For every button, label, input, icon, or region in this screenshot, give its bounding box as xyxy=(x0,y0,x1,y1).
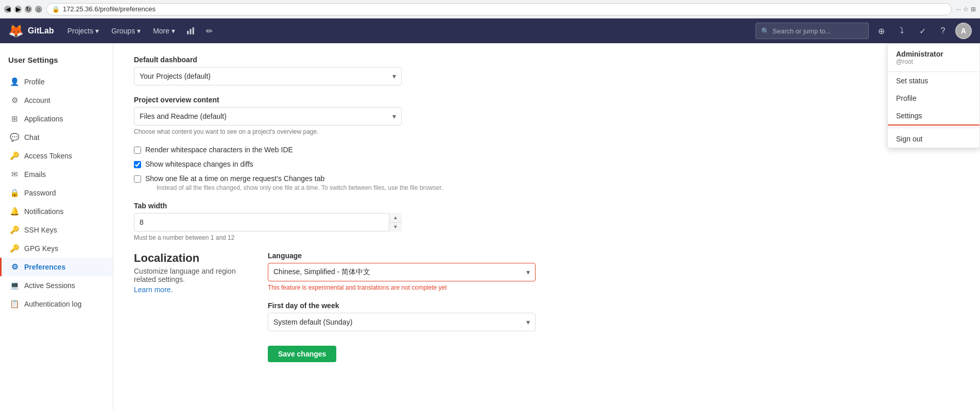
language-warning: This feature is experimental and transla… xyxy=(268,284,556,291)
preferences-icon: ⚙ xyxy=(10,262,19,272)
sidebar-item-access-tokens[interactable]: 🔑 Access Tokens xyxy=(0,147,113,165)
language-value: Chinese, Simplified - 简体中文 xyxy=(273,268,370,277)
dropdown-settings[interactable]: Settings xyxy=(888,107,979,126)
browser-back-button[interactable]: ◀ xyxy=(4,6,11,13)
sidebar-label-access-tokens: Access Tokens xyxy=(24,152,72,160)
sidebar-label-account: Account xyxy=(24,96,50,104)
analytics-icon[interactable] xyxy=(182,23,199,39)
localization-description: Customize language and region related se… xyxy=(134,267,247,283)
sidebar-item-password[interactable]: 🔒 Password xyxy=(0,184,113,202)
sidebar-label-password: Password xyxy=(24,189,56,197)
browser-chrome: ◀ ▶ ↻ ⌂ 🔒 172.25.36.6/profile/preference… xyxy=(0,0,980,19)
default-dashboard-group: Default dashboard Your Projects (default… xyxy=(134,56,556,85)
sidebar-item-preferences[interactable]: ⚙ Preferences xyxy=(0,258,113,276)
sidebar-item-emails[interactable]: ✉ Emails xyxy=(0,165,113,184)
help-icon[interactable]: ? xyxy=(935,23,951,39)
number-spinners: ▲ ▼ xyxy=(389,213,402,231)
one-file-merge-checkbox[interactable] xyxy=(134,175,141,183)
sidebar: User Settings 👤 Profile ⚙ Account ⊞ Appl… xyxy=(0,43,113,410)
sidebar-label-emails: Emails xyxy=(24,170,46,179)
language-select[interactable]: Chinese, Simplified - 简体中文 ▾ xyxy=(268,263,536,281)
top-nav-right: 🔍 Search or jump to... ⊕ ⤵ ✓ ? A xyxy=(755,23,972,39)
issues-icon[interactable]: ✓ xyxy=(914,23,931,39)
dropdown-sign-out[interactable]: Sign out xyxy=(888,130,979,148)
browser-home-button[interactable]: ⌂ xyxy=(35,6,42,13)
sidebar-label-preferences: Preferences xyxy=(24,263,65,271)
sidebar-item-active-sessions[interactable]: 💻 Active Sessions xyxy=(0,276,113,295)
first-day-select[interactable]: System default (Sunday) ▾ xyxy=(268,313,536,331)
sidebar-item-applications[interactable]: ⊞ Applications xyxy=(0,110,113,128)
svg-rect-2 xyxy=(193,27,194,34)
sidebar-item-profile[interactable]: 👤 Profile xyxy=(0,73,113,91)
address-bar[interactable]: 🔒 172.25.36.6/profile/preferences xyxy=(46,3,952,15)
pencil-icon[interactable]: ✏ xyxy=(201,23,217,39)
default-dashboard-value: Your Projects (default) xyxy=(140,72,211,80)
checkboxes-group: Render whitespace characters in the Web … xyxy=(134,146,556,191)
gitlab-logo[interactable]: 🦊 GitLab xyxy=(8,24,54,38)
default-dashboard-select[interactable]: Your Projects (default) ▾ xyxy=(134,67,402,85)
localization-learn-more[interactable]: Learn more. xyxy=(134,286,173,294)
dropdown-profile[interactable]: Profile xyxy=(888,90,979,107)
sidebar-item-gpg-keys[interactable]: 🔑 GPG Keys xyxy=(0,239,113,258)
gear-icon: ⚙ xyxy=(10,96,19,105)
search-placeholder: Search or jump to... xyxy=(772,27,831,35)
project-overview-value: Files and Readme (default) xyxy=(140,112,227,120)
sidebar-label-gpg-keys: GPG Keys xyxy=(24,244,58,253)
main-content: Default dashboard Your Projects (default… xyxy=(113,43,577,410)
sidebar-item-chat[interactable]: 💬 Chat xyxy=(0,128,113,147)
url-text: 172.25.36.6/profile/preferences xyxy=(63,5,156,13)
render-whitespace-label: Render whitespace characters in the Web … xyxy=(145,146,293,154)
sidebar-label-active-sessions: Active Sessions xyxy=(24,281,75,290)
localization-right: Language Chinese, Simplified - 简体中文 ▾ Th… xyxy=(268,252,556,362)
sidebar-label-applications: Applications xyxy=(24,115,63,123)
browser-actions: ··· ☆ ⊞ xyxy=(956,6,976,13)
nav-item-groups[interactable]: Groups ▾ xyxy=(106,24,146,38)
user-name: Administrator xyxy=(896,50,971,58)
render-whitespace-checkbox[interactable] xyxy=(134,147,141,154)
sidebar-label-profile: Profile xyxy=(24,78,45,86)
show-whitespace-checkbox[interactable] xyxy=(134,161,141,168)
sidebar-label-authentication-log: Authentication log xyxy=(24,300,81,308)
log-icon: 📋 xyxy=(10,299,19,309)
sidebar-item-authentication-log[interactable]: 📋 Authentication log xyxy=(0,295,113,313)
plus-icon[interactable]: ⊕ xyxy=(873,23,889,39)
tab-width-wrap: ▲ ▼ xyxy=(134,213,402,231)
chevron-down-icon: ▾ xyxy=(137,27,141,35)
project-overview-select[interactable]: Files and Readme (default) ▾ xyxy=(134,107,402,126)
spinner-down[interactable]: ▼ xyxy=(389,223,402,232)
nav-item-more[interactable]: More ▾ xyxy=(148,24,180,38)
one-file-merge-row: Show one file at a time on merge request… xyxy=(134,174,556,191)
tab-width-group: Tab width ▲ ▼ Must be a number between 1… xyxy=(134,202,556,241)
search-box[interactable]: 🔍 Search or jump to... xyxy=(755,23,869,39)
browser-reload-button[interactable]: ↻ xyxy=(25,6,32,13)
user-handle: @root xyxy=(896,58,971,65)
email-icon: ✉ xyxy=(10,170,19,179)
sidebar-item-ssh-keys[interactable]: 🔑 SSH Keys xyxy=(0,221,113,239)
project-overview-group: Project overview content Files and Readm… xyxy=(134,96,556,135)
render-whitespace-row: Render whitespace characters in the Web … xyxy=(134,146,556,154)
apps-icon: ⊞ xyxy=(10,114,19,123)
svg-rect-0 xyxy=(187,31,188,34)
sidebar-label-ssh-keys: SSH Keys xyxy=(24,226,57,234)
language-group: Language Chinese, Simplified - 简体中文 ▾ Th… xyxy=(268,252,556,291)
one-file-merge-hint: Instead of all the files changed, show o… xyxy=(145,184,443,191)
bell-icon: 🔔 xyxy=(10,207,19,216)
sidebar-item-notifications[interactable]: 🔔 Notifications xyxy=(0,202,113,221)
chevron-down-icon: ▾ xyxy=(171,27,175,35)
browser-forward-button[interactable]: ▶ xyxy=(14,6,22,13)
nav-item-projects[interactable]: Projects ▾ xyxy=(62,24,105,38)
tab-width-input[interactable] xyxy=(134,213,402,231)
dropdown-set-status[interactable]: Set status xyxy=(888,72,979,90)
merge-request-icon[interactable]: ⤵ xyxy=(893,23,910,39)
chevron-down-icon: ▾ xyxy=(392,112,396,120)
chevron-down-icon: ▾ xyxy=(392,72,396,80)
dropdown-divider xyxy=(888,128,979,128)
save-changes-button[interactable]: Save changes xyxy=(268,346,336,362)
first-day-label: First day of the week xyxy=(268,301,556,310)
show-whitespace-row: Show whitespace changes in diffs xyxy=(134,160,556,168)
user-icon: 👤 xyxy=(10,77,19,86)
spinner-up[interactable]: ▲ xyxy=(389,213,402,223)
sidebar-item-account[interactable]: ⚙ Account xyxy=(0,91,113,110)
user-avatar[interactable]: A xyxy=(955,23,972,39)
sidebar-label-notifications: Notifications xyxy=(24,207,63,216)
